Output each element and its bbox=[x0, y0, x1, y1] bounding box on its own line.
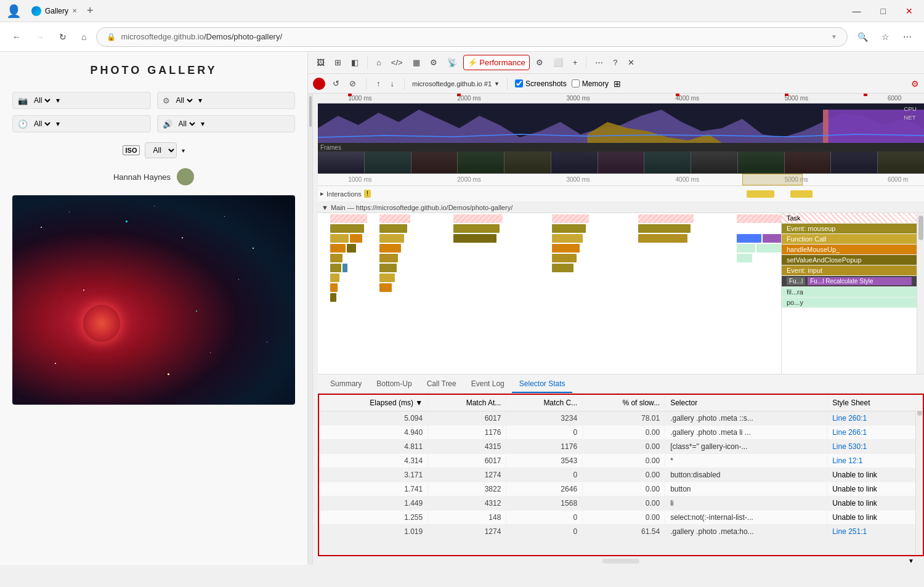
minimize-btn[interactable]: — bbox=[848, 4, 866, 18]
table-row[interactable]: 4.811 4315 1176 0.00 [class*=" gallery-i… bbox=[319, 439, 923, 453]
match-at-cell: 1176 bbox=[428, 425, 506, 439]
table-row[interactable]: 5.094 6017 3234 78.01 .gallery .photo .m… bbox=[319, 411, 923, 425]
aperture-filter[interactable]: ⚙ All ▾ bbox=[157, 92, 296, 109]
memory-checkbox-label[interactable]: Memory bbox=[572, 79, 609, 88]
home-btn[interactable]: ⌂ bbox=[76, 28, 91, 46]
dt-settings-btn[interactable]: ⚙ bbox=[532, 55, 547, 70]
svg-rect-0 bbox=[330, 214, 367, 223]
pct-slow-cell: 0.00 bbox=[583, 439, 665, 453]
browser-tab[interactable]: Gallery ✕ bbox=[31, 6, 77, 16]
match-at-cell: 4312 bbox=[428, 496, 506, 510]
style-sheet-cell[interactable]: Line 12:1 bbox=[827, 453, 923, 468]
table-row[interactable]: 1.255 148 0 0.00 select:not(:-internal-l… bbox=[319, 510, 923, 524]
match-c-header[interactable]: Match C... bbox=[506, 395, 583, 411]
aperture-select[interactable]: All bbox=[174, 95, 195, 105]
style-sheet-header[interactable]: Style Sheet bbox=[827, 395, 923, 411]
screenshots-checkbox[interactable] bbox=[515, 79, 523, 87]
reload-btn[interactable]: ↻ bbox=[54, 28, 71, 46]
export-btn[interactable]: ↓ bbox=[388, 78, 397, 89]
table-right-scrollbar[interactable] bbox=[915, 395, 923, 556]
style-sheet-cell[interactable]: Line 266:1 bbox=[827, 425, 923, 439]
forward-btn[interactable]: → bbox=[31, 28, 49, 46]
dt-screenshot-btn[interactable]: 🖼 bbox=[313, 55, 328, 70]
mouseup-label: Event: mouseup bbox=[787, 225, 836, 232]
net-label: NET bbox=[904, 114, 916, 120]
screenshots-checkbox-label[interactable]: Screenshots bbox=[515, 79, 567, 88]
dt-add-tab-btn[interactable]: + bbox=[569, 55, 582, 70]
event-log-tab[interactable]: Event Log bbox=[464, 376, 512, 393]
dt-close-btn[interactable]: ✕ bbox=[624, 55, 638, 70]
table-row[interactable]: 3.171 1274 0 0.00 button:disabled Unable… bbox=[319, 468, 923, 482]
bottom-up-tab[interactable]: Bottom-Up bbox=[369, 376, 419, 393]
url-down-icon[interactable]: ▼ bbox=[831, 33, 837, 40]
pct-slow-cell: 0.00 bbox=[583, 453, 665, 468]
right-scrollbar[interactable] bbox=[917, 213, 924, 374]
audio-select[interactable]: All bbox=[176, 119, 197, 129]
table-row[interactable]: 1.019 1274 0 61.54 .gallery .photo .meta… bbox=[319, 524, 923, 538]
dt-home-btn[interactable]: ⌂ bbox=[373, 55, 385, 70]
search-btn[interactable]: 🔍 bbox=[853, 28, 873, 46]
pct-slow-header[interactable]: % of slow... bbox=[583, 395, 665, 411]
elapsed-header[interactable]: Elapsed (ms) ▼ bbox=[319, 395, 428, 411]
svg-rect-29 bbox=[330, 264, 341, 272]
camera-filter[interactable]: 📷 All ▾ bbox=[12, 92, 151, 109]
style-sheet-cell[interactable]: Line 260:1 bbox=[827, 411, 923, 425]
iso-select[interactable]: All bbox=[145, 142, 177, 158]
toolbar2-separator-1 bbox=[366, 78, 367, 90]
dt-elements-btn[interactable]: ▦ bbox=[409, 55, 424, 70]
scrollbar-thumb-right[interactable] bbox=[918, 216, 923, 240]
table-row[interactable]: 1.449 4312 1568 0.00 li Unable to link bbox=[319, 496, 923, 510]
record-btn[interactable] bbox=[313, 78, 325, 90]
new-tab-btn[interactable]: + bbox=[82, 4, 99, 17]
dt-sources-btn[interactable]: </> bbox=[387, 55, 407, 70]
style-sheet-header-text: Style Sheet bbox=[832, 399, 870, 407]
dt-sensors-btn[interactable]: ⚙ bbox=[426, 55, 441, 70]
flamechart-svg bbox=[318, 213, 781, 336]
close-btn[interactable]: ✕ bbox=[901, 4, 918, 18]
pct-slow-cell: 61.54 bbox=[583, 524, 665, 538]
camera-select[interactable]: All bbox=[31, 95, 52, 105]
breadcrumb-icon[interactable]: ⊞ bbox=[614, 79, 621, 89]
dt-help-btn[interactable]: ? bbox=[609, 55, 621, 70]
time-select[interactable]: All bbox=[31, 119, 52, 129]
table-row[interactable]: 4.940 1176 0 0.00 .gallery .photo .meta … bbox=[319, 425, 923, 439]
svg-rect-5 bbox=[737, 214, 781, 223]
import-btn[interactable]: ↑ bbox=[374, 78, 383, 89]
ruler-6000: 6000 bbox=[888, 95, 901, 102]
maximize-btn[interactable]: □ bbox=[876, 4, 891, 18]
dt-performance-btn[interactable]: ⚡ Performance bbox=[463, 55, 530, 70]
dt-console-btn[interactable]: ⬜ bbox=[549, 55, 567, 70]
bottom-scrollbar[interactable]: ▼ bbox=[318, 556, 924, 565]
call-tree-tab[interactable]: Call Tree bbox=[419, 376, 464, 393]
perf-settings-cog[interactable]: ⚙ bbox=[911, 79, 919, 89]
more-btn[interactable]: ⋯ bbox=[898, 28, 917, 46]
dt-more-btn[interactable]: ⋯ bbox=[591, 55, 607, 70]
summary-tab[interactable]: Summary bbox=[323, 376, 369, 393]
back-btn[interactable]: ← bbox=[7, 28, 26, 46]
time-filter[interactable]: 🕐 All ▾ bbox=[12, 115, 151, 132]
selector-stats-tab[interactable]: Selector Stats bbox=[512, 376, 573, 393]
table-row[interactable]: 4.314 6017 3543 0.00 * Line 12:1 bbox=[319, 453, 923, 468]
selector-header[interactable]: Selector bbox=[665, 395, 827, 411]
memory-checkbox[interactable] bbox=[572, 79, 580, 87]
style-sheet-cell[interactable]: Line 251:1 bbox=[827, 524, 923, 538]
favorites-btn[interactable]: ☆ bbox=[877, 28, 894, 46]
bottom-scrollbar-thumb[interactable] bbox=[602, 559, 639, 564]
scroll-down-btn[interactable]: ▼ bbox=[908, 557, 914, 564]
audio-filter[interactable]: 🔊 All ▾ bbox=[157, 115, 296, 132]
selection-marker[interactable] bbox=[742, 174, 803, 185]
dt-network-btn[interactable]: 📡 bbox=[444, 55, 461, 70]
address-bar[interactable]: 🔒 microsoftedge.github.io/Demos/photo-ga… bbox=[96, 27, 848, 47]
style-sheet-cell[interactable]: Line 530:1 bbox=[827, 439, 923, 453]
audio-icon: 🔊 bbox=[163, 119, 172, 129]
reload-record-btn[interactable]: ↺ bbox=[330, 78, 342, 89]
table-row[interactable]: 1.741 3822 2646 0.00 button Unable to li… bbox=[319, 482, 923, 496]
match-at-cell: 148 bbox=[428, 510, 506, 524]
dt-cast-btn[interactable]: ⊞ bbox=[331, 55, 345, 70]
match-at-header[interactable]: Match At... bbox=[428, 395, 506, 411]
interactions-triangle: ▸ bbox=[320, 190, 324, 198]
url-domain: microsoftedge.github.io bbox=[121, 32, 203, 41]
dt-sidebar-btn[interactable]: ◧ bbox=[347, 55, 362, 70]
tab-close-btn[interactable]: ✕ bbox=[72, 7, 77, 14]
clear-btn[interactable]: ⊘ bbox=[347, 78, 359, 89]
